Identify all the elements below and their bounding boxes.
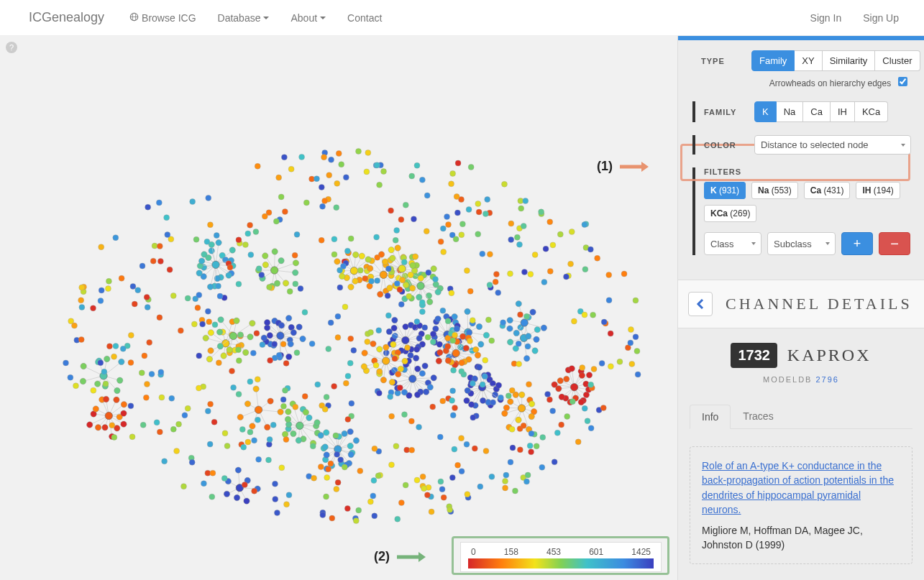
nav-signin[interactable]: Sign In — [800, 1, 853, 34]
svg-point-942 — [490, 400, 496, 405]
svg-point-1101 — [445, 318, 451, 324]
nav-contact[interactable]: Contact — [337, 1, 393, 34]
help-icon[interactable]: ? — [6, 42, 17, 53]
svg-point-671 — [81, 363, 86, 369]
svg-point-1197 — [582, 267, 588, 272]
svg-point-1054 — [185, 405, 191, 411]
svg-point-966 — [159, 395, 165, 400]
svg-point-1156 — [170, 426, 176, 432]
caret-down-icon — [320, 17, 326, 19]
remove-filter-button[interactable]: − — [879, 232, 910, 255]
svg-point-215 — [483, 332, 489, 338]
svg-point-1183 — [374, 162, 380, 168]
svg-point-880 — [109, 423, 115, 428]
arrowheads-label[interactable]: Arrowheads on hierarchy edges — [769, 78, 907, 88]
svg-point-1082 — [480, 251, 485, 257]
type-cluster-button[interactable]: Cluster — [875, 50, 920, 71]
family-ih-button[interactable]: IH — [831, 101, 855, 122]
svg-point-316 — [435, 316, 441, 321]
svg-point-1191 — [432, 277, 438, 282]
svg-point-1282 — [420, 474, 426, 479]
svg-point-1219 — [224, 443, 230, 448]
svg-point-1307 — [489, 474, 495, 479]
family-k-button[interactable]: K — [754, 101, 777, 122]
type-xy-button[interactable]: XY — [795, 50, 822, 71]
family-na-button[interactable]: Na — [777, 101, 804, 122]
color-select[interactable]: Distance to selected node — [754, 135, 911, 155]
svg-point-758 — [207, 284, 213, 290]
legend-tick: 453 — [546, 547, 561, 557]
modeldb-link[interactable]: 2796 — [815, 375, 838, 384]
svg-point-1182 — [454, 210, 460, 216]
graph-canvas[interactable]: ? (1) (2) 0 158 453 601 — [0, 36, 677, 580]
svg-point-1113 — [68, 374, 73, 380]
svg-point-856 — [196, 353, 202, 359]
svg-point-1258 — [564, 413, 570, 419]
svg-point-97 — [296, 422, 303, 429]
svg-point-1204 — [348, 236, 354, 241]
svg-point-1159 — [437, 434, 443, 440]
svg-point-980 — [375, 473, 381, 479]
svg-point-791 — [526, 333, 531, 339]
svg-point-553 — [224, 491, 229, 497]
svg-point-958 — [357, 267, 363, 273]
svg-point-888 — [165, 232, 170, 238]
reference-title-link[interactable]: Role of an A-type K+ conductance in the … — [702, 459, 900, 517]
svg-point-1120 — [582, 312, 587, 318]
filter-tag-k[interactable]: K (931) — [704, 182, 746, 199]
svg-point-864 — [157, 259, 163, 264]
class-select[interactable]: Class — [704, 232, 761, 255]
filter-tag-ih[interactable]: IH (194) — [856, 182, 900, 199]
nav-about[interactable]: About — [280, 1, 337, 34]
nav-database[interactable]: Database — [207, 1, 280, 34]
svg-point-629 — [367, 265, 372, 271]
svg-point-1273 — [267, 358, 273, 364]
svg-point-130 — [378, 291, 383, 297]
family-label: Family — [704, 108, 746, 116]
filter-tag-ca[interactable]: Ca (431) — [804, 182, 851, 199]
svg-point-1050 — [200, 321, 206, 327]
svg-point-78 — [282, 431, 288, 437]
filter-tag-na[interactable]: Na (553) — [751, 182, 798, 199]
filter-tag-label: KCa — [710, 208, 728, 218]
svg-point-1085 — [288, 166, 294, 172]
svg-point-180 — [480, 397, 485, 403]
svg-point-1110 — [276, 352, 282, 358]
brand[interactable]: ICGenealogy — [14, 0, 119, 35]
svg-point-934 — [438, 479, 444, 484]
family-kca-button[interactable]: KCa — [855, 101, 888, 122]
svg-point-1241 — [248, 252, 254, 257]
type-similarity-button[interactable]: Similarity — [823, 50, 876, 71]
svg-point-404 — [422, 363, 428, 369]
svg-point-847 — [389, 413, 395, 419]
svg-point-1317 — [453, 236, 459, 242]
tab-traces[interactable]: Traces — [731, 404, 785, 428]
tab-info[interactable]: Info — [690, 405, 731, 429]
nav-about-label: About — [291, 12, 317, 24]
type-family-button[interactable]: Family — [751, 50, 795, 71]
add-filter-button[interactable]: + — [841, 232, 873, 255]
arrowheads-checkbox[interactable] — [898, 77, 907, 86]
nav-signup[interactable]: Sign Up — [852, 1, 910, 34]
svg-point-1165 — [214, 233, 219, 239]
filter-tag-kca[interactable]: KCa (269) — [704, 205, 756, 222]
svg-point-799 — [530, 309, 536, 315]
svg-point-1099 — [633, 334, 639, 340]
nav-browse[interactable]: Browse ICG — [119, 1, 206, 34]
svg-point-212 — [495, 382, 501, 388]
svg-point-1214 — [167, 267, 173, 272]
svg-point-1161 — [512, 488, 518, 494]
family-graph[interactable] — [50, 137, 662, 539]
globe-icon — [129, 12, 139, 24]
family-ca-button[interactable]: Ca — [803, 101, 831, 122]
svg-point-1106 — [498, 395, 503, 400]
svg-point-881 — [375, 278, 380, 284]
svg-point-778 — [216, 239, 221, 245]
svg-point-1142 — [482, 211, 488, 217]
svg-point-1243 — [633, 298, 639, 303]
subclass-select[interactable]: Subclass — [767, 232, 836, 255]
svg-point-1196 — [559, 422, 564, 428]
svg-point-1222 — [293, 404, 298, 410]
back-button[interactable] — [688, 292, 713, 316]
svg-point-1034 — [371, 478, 377, 484]
